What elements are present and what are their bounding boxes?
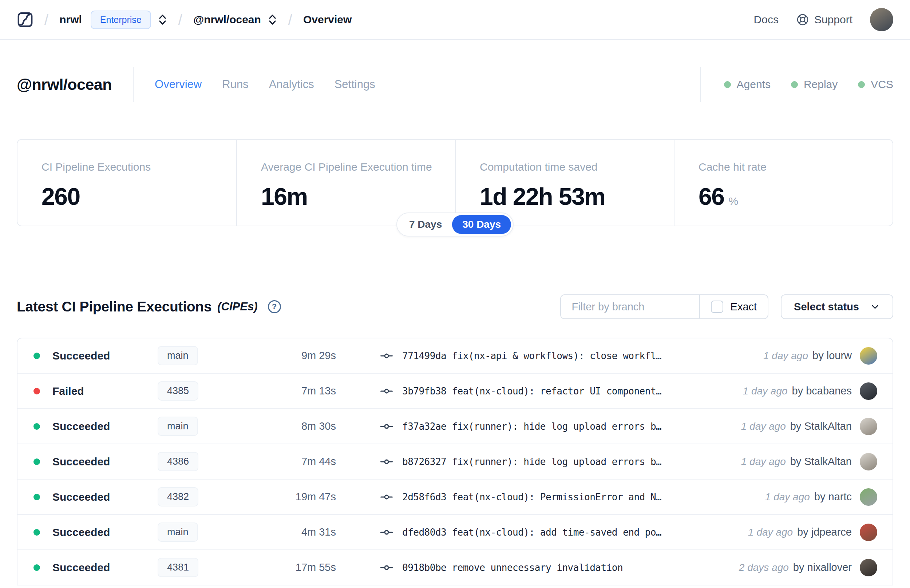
stat-label: Computation time saved	[480, 161, 674, 173]
divider	[133, 67, 134, 102]
breadcrumb-workspace[interactable]: @nrwl/ocean	[193, 13, 261, 26]
status-dot-icon	[34, 352, 40, 359]
breadcrumb-separator: /	[288, 11, 292, 28]
cipe-status: Failed	[52, 385, 84, 397]
cipe-author: by StalkAltan	[790, 456, 852, 468]
stat-label: CI Pipeline Executions	[42, 161, 236, 173]
cipe-row[interactable]: Succeeded main 8m 30s f37a32ae fix(runne…	[18, 409, 892, 444]
stat-label: Cache hit rate	[698, 161, 892, 173]
workspace-switcher-button[interactable]	[268, 13, 277, 26]
stat-value: 66%	[698, 183, 892, 210]
status-dot-icon	[34, 423, 40, 430]
cipe-author: by nartc	[814, 491, 852, 503]
exact-match-toggle[interactable]: Exact	[699, 295, 768, 318]
tab-overview[interactable]: Overview	[155, 78, 202, 91]
executions-title: Latest CI Pipeline Executions	[17, 299, 212, 315]
green-dot-icon	[724, 81, 731, 88]
status-select-label: Select status	[794, 301, 859, 313]
git-commit-icon	[380, 349, 393, 363]
date-range-toggle: 7 Days 30 Days	[396, 213, 514, 236]
cipe-time-ago: 1 day ago	[748, 527, 793, 538]
range-7-days[interactable]: 7 Days	[399, 215, 452, 234]
status-replay-label: Replay	[804, 78, 837, 90]
cipe-time-ago: 1 day ago	[763, 350, 808, 362]
branch-chip: 4381	[158, 558, 198, 577]
docs-link[interactable]: Docs	[754, 13, 779, 26]
status-replay[interactable]: Replay	[791, 78, 837, 90]
author-avatar	[860, 347, 877, 365]
status-dot-icon	[34, 564, 40, 571]
cipe-row[interactable]: Succeeded 4382 19m 47s 2d58f6d3 feat(nx-…	[18, 480, 892, 515]
cipe-duration: 4m 31s	[274, 526, 336, 538]
branch-chip: main	[158, 522, 198, 542]
commit-message: 2d58f6d3 feat(nx-cloud): PermissionError…	[402, 491, 661, 502]
org-switcher-button[interactable]	[158, 13, 167, 26]
breadcrumb-separator: /	[44, 11, 48, 28]
nx-cloud-logo[interactable]	[17, 11, 34, 28]
breadcrumb-separator: /	[178, 11, 183, 28]
support-link[interactable]: Support	[796, 13, 852, 26]
cipe-time-ago: 2 days ago	[739, 562, 789, 573]
range-30-days[interactable]: 30 Days	[452, 215, 511, 234]
status-agents-label: Agents	[737, 78, 771, 90]
chevron-up-down-icon	[268, 13, 277, 26]
help-icon[interactable]: ?	[268, 300, 281, 313]
executions-title-suffix: (CIPEs)	[217, 300, 257, 313]
cipe-row[interactable]: Succeeded main 4m 31s dfed80d3 feat(nx-c…	[18, 515, 892, 550]
author-avatar	[860, 383, 877, 400]
cipe-time-ago: 1 day ago	[743, 385, 788, 397]
cipe-duration: 8m 30s	[274, 420, 336, 432]
stat-value: 260	[42, 183, 236, 210]
user-avatar[interactable]	[870, 8, 893, 31]
branch-filter-group: Exact	[560, 294, 769, 319]
exact-checkbox[interactable]	[711, 300, 723, 313]
cipe-time-ago: 1 day ago	[765, 491, 810, 503]
commit-message: dfed80d3 feat(nx-cloud): add time-saved …	[402, 527, 661, 538]
status-agents[interactable]: Agents	[724, 78, 771, 90]
commit-message: 3b79fb38 feat(nx-cloud): refactor UI com…	[402, 386, 661, 397]
branch-chip: main	[158, 417, 198, 436]
cipe-author: by StalkAltan	[790, 420, 852, 432]
branch-chip: 4385	[158, 381, 198, 401]
workspace-header: @nrwl/ocean Overview Runs Analytics Sett…	[17, 66, 893, 103]
tab-settings[interactable]: Settings	[335, 78, 375, 91]
cipe-author: by lourw	[813, 350, 852, 362]
enterprise-badge[interactable]: Enterprise	[91, 11, 151, 29]
cipe-status: Succeeded	[52, 350, 110, 362]
cipe-row[interactable]: Succeeded main 9m 29s 771499da fix(nx-ap…	[18, 338, 892, 374]
breadcrumb-page[interactable]: Overview	[303, 13, 352, 26]
green-dot-icon	[791, 81, 798, 88]
git-commit-icon	[380, 420, 393, 433]
author-avatar	[860, 488, 877, 506]
cipe-row[interactable]: Succeeded 4381 17m 55s 0918b0be remove u…	[18, 550, 892, 585]
breadcrumb-org[interactable]: nrwl	[59, 13, 82, 26]
cipe-duration: 7m 13s	[274, 385, 336, 397]
commit-message: 771499da fix(nx-api & workflows): close …	[402, 351, 661, 361]
git-commit-icon	[380, 525, 393, 539]
cipe-row[interactable]: Succeeded 4386 7m 44s b8726327 fix(runne…	[18, 444, 892, 480]
executions-table: Succeeded main 9m 29s 771499da fix(nx-ap…	[17, 338, 893, 585]
status-vcs[interactable]: VCS	[858, 78, 893, 90]
cipe-duration: 17m 55s	[274, 561, 336, 573]
status-select-dropdown[interactable]: Select status	[781, 294, 893, 319]
status-vcs-label: VCS	[871, 78, 893, 90]
exact-label: Exact	[731, 301, 757, 313]
cipe-duration: 9m 29s	[274, 350, 336, 362]
cipe-author: by nixallover	[793, 561, 852, 573]
author-avatar	[860, 559, 877, 577]
stat-value: 16m	[261, 183, 455, 210]
nx-cloud-logo-icon	[17, 11, 34, 28]
cipe-author: by bcabanes	[792, 385, 852, 397]
stat-ci-pipeline-executions: CI Pipeline Executions 260	[18, 140, 236, 226]
cipe-duration: 7m 44s	[274, 456, 336, 468]
branch-filter-input[interactable]	[561, 295, 699, 318]
workspace-tabs: Overview Runs Analytics Settings	[155, 78, 375, 91]
cipe-row[interactable]: Failed 4385 7m 13s 3b79fb38 feat(nx-clou…	[18, 374, 892, 409]
cipe-author: by jdpearce	[797, 526, 852, 538]
cipe-time-ago: 1 day ago	[741, 456, 786, 468]
tab-analytics[interactable]: Analytics	[269, 78, 314, 91]
git-commit-icon	[380, 561, 393, 575]
git-commit-icon	[380, 455, 393, 468]
status-dot-icon	[34, 459, 40, 465]
tab-runs[interactable]: Runs	[222, 78, 248, 91]
